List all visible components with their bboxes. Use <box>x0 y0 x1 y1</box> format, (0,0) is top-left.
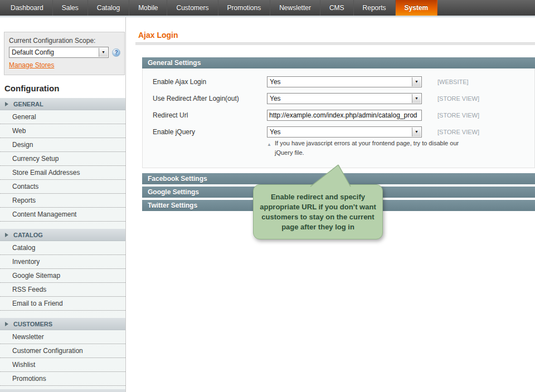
select-value: Yes <box>270 95 281 102</box>
help-icon[interactable]: ? <box>112 48 120 57</box>
dropdown-arrow-icon[interactable]: ▼ <box>412 128 421 136</box>
manage-stores-link[interactable]: Manage Stores <box>9 61 54 69</box>
jquery-note: ▲ If you have javascript errors at your … <box>267 139 461 158</box>
nav-tab-reports[interactable]: Reports <box>354 0 396 16</box>
sidebar-item-content-management[interactable]: Content Management <box>0 208 125 222</box>
general-settings-header[interactable]: General Settings <box>142 57 535 68</box>
section-title: CUSTOMERS <box>13 321 52 327</box>
sidebar-item-web[interactable]: Web <box>0 124 125 138</box>
menu-filler <box>0 222 125 229</box>
annotation-callout-text: Enable redirect and specify appropriate … <box>260 193 376 231</box>
section-arrow-icon <box>5 102 8 106</box>
dropdown-arrow-icon[interactable]: ▼ <box>99 48 108 57</box>
scope-tag: [STORE VIEW] <box>437 126 479 135</box>
config-sidebar: Current Configuration Scope: Default Con… <box>0 17 126 392</box>
sidebar-item-customer-configuration[interactable]: Customer Configuration <box>0 344 125 358</box>
dropdown-arrow-icon[interactable]: ▼ <box>412 77 421 86</box>
field-label: Enable Ajax Login <box>153 76 267 86</box>
scope-select-value: Default Config <box>12 48 54 56</box>
section-title: GENERAL <box>13 101 43 107</box>
top-navbar: Dashboard Sales Catalog Mobile Customers… <box>0 0 535 16</box>
sidebar-item-catalog[interactable]: Catalog <box>0 241 125 255</box>
page-title: Ajax Login <box>138 31 178 40</box>
sidebar-item-rss-feeds[interactable]: RSS Feeds <box>0 283 125 297</box>
general-settings-panel: Enable Ajax Login Yes ▼ [WEBSITE] Use Re… <box>142 68 535 168</box>
scope-tag: [STORE VIEW] <box>437 93 479 102</box>
section-title: CATALOG <box>13 232 43 238</box>
form-row-enable-jquery: Enable jQuery Yes ▼ [STORE VIEW] <box>153 126 534 138</box>
scope-tag: [WEBSITE] <box>437 76 469 85</box>
nav-tab-customers[interactable]: Customers <box>167 0 218 16</box>
section-arrow-icon <box>5 322 8 326</box>
sidebar-item-design[interactable]: Design <box>0 138 125 152</box>
title-divider <box>135 42 535 45</box>
configuration-scope-box: Current Configuration Scope: Default Con… <box>4 32 125 75</box>
sidebar-item-google-sitemap[interactable]: Google Sitemap <box>0 269 125 283</box>
jquery-note-text: If you have javascript errors at your fr… <box>275 140 459 156</box>
scope-label: Current Configuration Scope: <box>9 37 120 45</box>
enable-ajax-login-select[interactable]: Yes ▼ <box>267 76 422 87</box>
select-value: Yes <box>270 78 281 86</box>
sidebar-item-wishlist[interactable]: Wishlist <box>0 358 125 372</box>
dropdown-arrow-icon[interactable]: ▼ <box>412 94 421 103</box>
sidebar-section-customers: CUSTOMERS <box>0 318 125 330</box>
sidebar-item-email-to-a-friend[interactable]: Email to a Friend <box>0 297 125 311</box>
field-label: Redirect Url <box>153 110 267 119</box>
nav-tab-mobile[interactable]: Mobile <box>129 0 167 16</box>
sidebar-item-general[interactable]: General <box>0 110 125 124</box>
sidebar-item-newsletter[interactable]: Newsletter <box>0 330 125 344</box>
sidebar-item-contacts[interactable]: Contacts <box>0 180 125 194</box>
redirect-url-input[interactable] <box>267 110 422 121</box>
callout-tail <box>309 164 354 187</box>
select-value: Yes <box>270 128 281 136</box>
scope-select[interactable]: Default Config ▼ <box>9 47 109 58</box>
nav-tab-system[interactable]: System <box>396 0 438 16</box>
sidebar-item-inventory[interactable]: Inventory <box>0 255 125 269</box>
sidebar-item-currency-setup[interactable]: Currency Setup <box>0 152 125 166</box>
sidebar-section-general: GENERAL <box>0 98 125 110</box>
nav-tab-promotions[interactable]: Promotions <box>218 0 271 16</box>
form-row-enable-ajax-login: Enable Ajax Login Yes ▼ [WEBSITE] <box>153 76 534 87</box>
nav-tab-sales[interactable]: Sales <box>53 0 88 16</box>
warning-triangle-icon: ▲ <box>267 140 271 149</box>
sidebar-heading: Configuration <box>4 84 125 93</box>
nav-tab-catalog[interactable]: Catalog <box>88 0 129 16</box>
sidebar-item-promotions[interactable]: Promotions <box>0 372 125 386</box>
sidebar-section-catalog: CATALOG <box>0 229 125 241</box>
form-row-redirect-url: Redirect Url [STORE VIEW] <box>153 110 534 121</box>
annotation-callout: Enable redirect and specify appropriate … <box>253 184 383 239</box>
enable-jquery-select[interactable]: Yes ▼ <box>267 126 422 138</box>
scope-tag: [STORE VIEW] <box>437 110 479 119</box>
field-label: Enable jQuery <box>153 126 267 136</box>
jquery-note-row: ▲ If you have javascript errors at your … <box>153 139 534 158</box>
menu-filler <box>0 311 125 318</box>
nav-tab-dashboard[interactable]: Dashboard <box>2 0 53 16</box>
nav-tab-cms[interactable]: CMS <box>320 0 354 16</box>
field-label: Use Redirect After Login(out) <box>153 93 267 102</box>
sidebar-item-reports[interactable]: Reports <box>0 194 125 208</box>
nav-tab-newsletter[interactable]: Newsletter <box>270 0 320 16</box>
sidebar-section-partial <box>0 389 125 392</box>
use-redirect-select[interactable]: Yes ▼ <box>267 93 422 104</box>
sidebar-item-store-email-addresses[interactable]: Store Email Addresses <box>0 166 125 180</box>
main-content: Ajax Login General Settings Enable Ajax … <box>127 17 535 392</box>
form-row-use-redirect: Use Redirect After Login(out) Yes ▼ [STO… <box>153 93 534 104</box>
section-arrow-icon <box>5 233 8 237</box>
